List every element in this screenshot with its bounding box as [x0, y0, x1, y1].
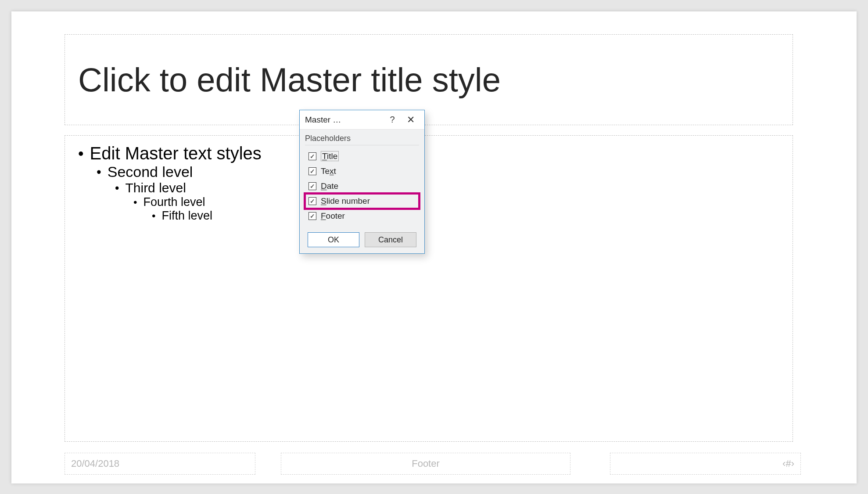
- ok-button[interactable]: OK: [308, 232, 359, 247]
- checkbox-title[interactable]: Title: [305, 149, 419, 164]
- body-text-levels: Edit Master text styles Second level Thi…: [78, 144, 779, 223]
- dialog-close-button[interactable]: ✕: [402, 111, 420, 129]
- date-text: 20/04/2018: [71, 458, 119, 469]
- slide-canvas: Click to edit Master title style Edit Ma…: [11, 11, 857, 483]
- dialog-title: Master Lay...: [305, 115, 344, 125]
- dialog-titlebar[interactable]: Master Lay... ? ✕: [300, 110, 424, 130]
- checkbox-footer[interactable]: Footer: [305, 209, 419, 224]
- checkmark-icon: [308, 167, 316, 175]
- date-placeholder[interactable]: 20/04/2018: [65, 453, 255, 475]
- checkbox-label: Text: [321, 166, 336, 176]
- body-level-2: Second level: [108, 163, 193, 180]
- checkbox-text[interactable]: Text: [305, 164, 419, 179]
- footer-placeholder[interactable]: Footer: [281, 453, 570, 475]
- body-level-4: Fourth level: [143, 195, 205, 209]
- slide-number-text: ‹#›: [782, 458, 794, 469]
- dialog-body: Placeholders Title Text Date Slide numbe…: [300, 130, 424, 227]
- checkmark-icon: [308, 152, 316, 160]
- slide-number-placeholder[interactable]: ‹#›: [610, 453, 801, 475]
- title-text: Click to edit Master title style: [78, 62, 501, 97]
- dialog-help-button[interactable]: ?: [383, 111, 402, 129]
- checkbox-label: Footer: [321, 211, 345, 221]
- checkmark-icon: [308, 197, 316, 205]
- ok-label: OK: [328, 235, 339, 245]
- cancel-button[interactable]: Cancel: [365, 232, 416, 247]
- body-level-3: Third level: [125, 180, 186, 195]
- title-placeholder[interactable]: Click to edit Master title style: [65, 34, 793, 125]
- checkbox-label: Date: [321, 181, 338, 191]
- checkbox-slide-number[interactable]: Slide number: [305, 194, 419, 209]
- help-icon: ?: [390, 115, 395, 125]
- checkmark-icon: [308, 212, 316, 220]
- footer-text: Footer: [412, 458, 440, 469]
- checkmark-icon: [308, 182, 316, 190]
- body-level-1: Edit Master text styles: [90, 144, 262, 163]
- close-icon: ✕: [407, 114, 415, 126]
- body-level-5: Fifth level: [162, 209, 213, 223]
- placeholders-group-label: Placeholders: [305, 134, 419, 145]
- checkbox-date[interactable]: Date: [305, 179, 419, 194]
- master-layout-dialog: Master Lay... ? ✕ Placeholders Title Tex…: [299, 110, 425, 254]
- checkbox-label: Title: [321, 151, 339, 161]
- checkbox-label: Slide number: [321, 196, 370, 206]
- body-placeholder[interactable]: Edit Master text styles Second level Thi…: [65, 135, 793, 442]
- cancel-label: Cancel: [378, 235, 403, 245]
- dialog-button-row: OK Cancel: [300, 227, 424, 253]
